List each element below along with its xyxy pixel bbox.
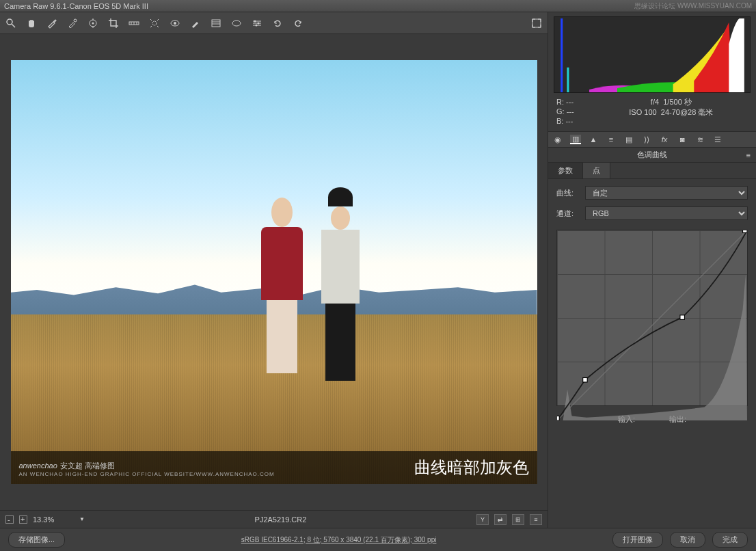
svg-rect-14 [212,20,220,27]
tab-snapshots-icon[interactable]: ☰ [712,135,723,144]
settings-button[interactable]: ≡ [530,514,542,525]
graduated-filter-icon[interactable] [211,18,221,29]
svg-point-4 [92,22,94,24]
tab-hsl-icon[interactable]: ≡ [606,135,617,144]
redeye-icon[interactable] [170,18,180,29]
channel-select[interactable]: RGB [585,206,748,220]
target-adjust-icon[interactable] [87,18,98,29]
exif-r: R: --- [556,97,574,107]
histogram[interactable] [554,16,751,93]
footer-meta[interactable]: sRGB IEC61966-2.1; 8 位; 5760 x 3840 (22.… [72,535,606,545]
watermark-text: 思缘设计论坛 WWW.MISSYUAN.COM [634,1,752,11]
fullscreen-icon[interactable] [531,18,542,29]
svg-point-22 [258,22,260,24]
compare-y-button[interactable]: Y [476,514,489,525]
done-button[interactable]: 完成 [712,532,748,548]
radial-filter-icon[interactable] [231,18,242,29]
curve-editor[interactable] [556,230,748,406]
toolbar [0,12,548,34]
overlay-band: anwenchao 安文超 高端修图 AN WENCHAO HIGH-END G… [11,451,537,484]
rotate-cw-icon[interactable] [293,18,303,29]
svg-rect-28 [557,416,559,420]
svg-rect-24 [532,19,541,27]
tab-curve-icon[interactable]: ▥ [570,135,581,144]
svg-point-11 [152,21,157,25]
copy-button[interactable]: ⊞ [512,514,524,525]
hand-icon[interactable] [26,18,37,29]
svg-point-0 [7,19,12,25]
svg-rect-30 [680,315,684,319]
swap-button[interactable]: ⇄ [494,514,507,525]
svg-point-21 [254,20,256,22]
exif-g: G: --- [556,107,574,116]
eyedropper-icon[interactable] [46,18,57,29]
curve-select[interactable]: 自定 [585,186,748,200]
svg-rect-31 [743,230,747,232]
filename: PJ2A5219.CR2 [255,515,307,524]
subtab-point[interactable]: 点 [583,163,610,178]
spot-removal-icon[interactable] [149,18,160,29]
svg-point-13 [174,22,176,25]
exif-readout: R: --- G: --- B: --- f/4 1/500 秒 ISO 100… [548,94,756,131]
curve-label: 曲线: [556,188,580,198]
rotate-ccw-icon[interactable] [272,18,283,29]
zoom-level[interactable]: 13.3% [33,515,74,524]
tab-lens-icon[interactable]: ⟩⟩ [641,135,652,144]
overlay-caption: 曲线暗部加灰色 [414,457,529,479]
tab-split-icon[interactable]: ▤ [623,135,634,144]
svg-line-1 [12,24,15,27]
color-sampler-icon[interactable] [67,18,78,29]
prefs-icon[interactable] [252,18,262,29]
preview-image: anwenchao 安文超 高端修图 AN WENCHAO HIGH-END G… [11,60,537,484]
zoom-dropdown-icon[interactable]: ▼ [79,516,85,522]
zoom-in-button[interactable]: + [19,515,27,524]
panel-tabs: ◉ ▥ ▲ ≡ ▤ ⟩⟩ fx ◙ ≋ ☰ [548,131,756,148]
adjustment-brush-icon[interactable] [190,18,201,29]
titlebar: Camera Raw 9.6.1 - Canon EOS 5D Mark III… [0,0,756,12]
crop-icon[interactable] [108,18,119,29]
svg-rect-29 [583,378,587,382]
exif-b: B: --- [556,116,574,126]
app-name: Camera Raw 9.6.1 [4,2,67,10]
tab-camera-icon[interactable]: ◙ [677,135,688,144]
svg-point-2 [74,19,77,22]
right-panel: R: --- G: --- B: --- f/4 1/500 秒 ISO 100… [548,12,756,528]
open-button[interactable]: 打开图像 [612,532,663,548]
save-button[interactable]: 存储图像... [8,532,65,548]
overlay-logo: anwenchao 安文超 高端修图 AN WENCHAO HIGH-END G… [19,459,275,477]
panel-menu-icon[interactable]: ≡ [746,151,751,159]
statusbar: - + 13.3% ▼ PJ2A5219.CR2 Y ⇄ ⊞ ≡ [0,510,548,528]
zoom-out-button[interactable]: - [5,515,14,524]
svg-rect-26 [567,68,569,92]
tab-presets-icon[interactable]: ≋ [694,135,705,144]
subtab-params[interactable]: 参数 [548,163,583,178]
channel-label: 通道: [556,209,580,219]
straighten-icon[interactable] [129,18,139,29]
zoom-icon[interactable] [5,18,16,29]
tab-detail-icon[interactable]: ▲ [588,135,599,144]
svg-rect-25 [561,18,563,92]
subtabs: 参数 点 [548,163,756,179]
footer: 存储图像... sRGB IEC61966-2.1; 8 位; 5760 x 3… [0,528,756,551]
tab-basic-icon[interactable]: ◉ [552,135,563,144]
tab-fx-icon[interactable]: fx [659,135,670,144]
svg-line-27 [557,230,747,420]
svg-point-23 [256,24,258,26]
cancel-button[interactable]: 取消 [670,532,705,548]
preview-area[interactable]: anwenchao 安文超 高端修图 AN WENCHAO HIGH-END G… [0,34,548,510]
panel-title: 色调曲线 ≡ [548,148,756,163]
svg-point-17 [232,21,241,26]
camera-model: Canon EOS 5D Mark III [69,2,148,10]
